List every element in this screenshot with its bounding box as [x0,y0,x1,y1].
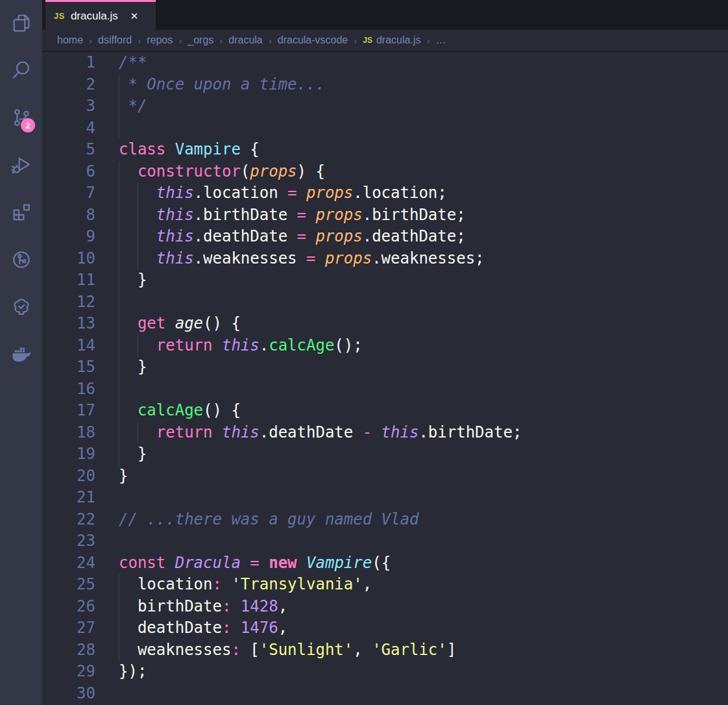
code-token: props [315,206,362,224]
code-line[interactable]: 26 birthDate: 1428, [42,596,728,618]
breadcrumb-item[interactable]: dracula-vscode [278,34,348,46]
breadcrumb-item[interactable]: JSdracula.js [363,34,420,46]
editor[interactable]: 1/**2 * Once upon a time...3 */45class V… [42,52,728,705]
code-text [119,487,728,509]
code-line[interactable]: 17 calcAge() { [42,400,728,422]
code-token: class [119,140,165,158]
activity-item-extensions[interactable] [0,190,42,237]
code-token [306,206,315,224]
code-line[interactable]: 19 } [42,443,728,465]
activity-item-testing[interactable] [0,284,42,332]
breadcrumb-label: dracula.js [376,34,420,46]
search-icon [11,60,32,83]
code-line[interactable]: 10 this.weaknesses = props.weaknesses; [42,248,728,270]
code-token: : [213,575,222,593]
code-line[interactable]: 12 [42,291,728,314]
code-token [213,336,222,354]
code-line[interactable]: 6 constructor(props) { [42,161,728,183]
code-line[interactable]: 21 [42,487,728,509]
code-line[interactable]: 1/** [42,52,728,74]
code-token: , [278,597,287,615]
docker-icon [11,344,32,367]
tab-close-icon[interactable]: ✕ [130,10,139,22]
code-line[interactable]: 8 this.birthDate = props.birthDate; [42,204,728,227]
code-line[interactable]: 13 get age() { [42,313,728,335]
code-text: } [119,465,728,488]
breadcrumb-separator-icon: › [89,35,92,46]
code-token [165,140,175,158]
code-text: }); [119,661,728,683]
code-text: */ [119,95,728,117]
code-line[interactable]: 24const Dracula = new Vampire({ [42,552,728,575]
code-text: this.weaknesses = props.weaknesses; [119,248,728,270]
breadcrumb-label: _orgs [188,34,213,46]
code-text: location: 'Transylvania', [119,574,728,596]
code-token: .weaknesses [194,249,306,267]
code-token [297,184,306,202]
code-line[interactable]: 30 [42,683,728,705]
code-line[interactable]: 14 return this.calcAge(); [42,335,728,357]
line-number: 14 [42,335,119,357]
code-line[interactable]: 3 */ [42,95,728,117]
activity-item-docker[interactable] [0,332,42,379]
code-line[interactable]: 7 this.location = props.location; [42,182,728,204]
line-number: 6 [42,161,119,183]
breadcrumb-item[interactable]: dracula [228,34,262,46]
code-line[interactable]: 15 } [42,356,728,378]
code-token: : [222,619,231,637]
line-number: 2 [42,74,119,96]
code-token [119,206,156,224]
code-token: get [138,314,165,332]
code-line[interactable]: 25 location: 'Transylvania', [42,574,728,596]
code-token [119,227,156,245]
code-token: /** [119,53,147,71]
code-token [241,554,250,572]
line-number: 12 [42,291,119,314]
code-line[interactable]: 2 * Once upon a time... [42,74,728,96]
code-token: = [306,249,315,267]
breadcrumb-item[interactable]: dsifford [98,34,132,46]
code-line[interactable]: 4 [42,117,728,140]
code-line[interactable]: 22// ...there was a guy named Vlad [42,509,728,531]
code-line[interactable]: 18 return this.deathDate - this.birthDat… [42,422,728,444]
activity-item-run-debug[interactable] [0,142,42,190]
activity-item-source-control[interactable]: 2 [0,95,42,142]
code-line[interactable]: 5class Vampire { [42,139,728,161]
code-token: this [222,423,260,441]
code-token: .birthDate; [419,423,522,441]
tab-dracula-js[interactable]: JS dracula.js ✕ [45,0,156,30]
line-number: 3 [42,95,119,117]
breadcrumb-item[interactable]: _orgs [188,34,213,46]
code-line[interactable]: 11 } [42,269,728,291]
code-token: ) { [297,162,325,180]
code-line[interactable]: 16 [42,378,728,401]
code-text: calcAge() { [119,400,728,422]
code-text: // ...there was a guy named Vlad [119,509,728,531]
code-token: } [119,467,128,485]
code-text: } [119,269,728,291]
code-text: return this.deathDate - this.birthDate; [119,422,728,444]
activity-item-gitlens[interactable] [0,237,42,284]
code-token [213,423,222,441]
debug-icon [11,155,32,178]
breadcrumb-item[interactable]: home [57,34,83,46]
breadcrumb-item[interactable]: repos [147,34,173,46]
code-line[interactable]: 29}); [42,661,728,683]
code-line[interactable]: 20} [42,465,728,488]
code-line[interactable]: 9 this.deathDate = props.deathDate; [42,226,728,248]
code-text: this.birthDate = props.birthDate; [119,204,728,227]
code-token: .deathDate; [363,227,466,245]
activity-item-explorer[interactable] [0,0,42,47]
code-line[interactable]: 28 weaknesses: ['Sunlight', 'Garlic'] [42,639,728,662]
breadcrumb-item[interactable]: … [435,34,446,46]
code-token: () { [203,401,241,419]
code-line[interactable]: 27 deathDate: 1476, [42,617,728,639]
code-line[interactable]: 23 [42,530,728,552]
code-token: * Once upon a time... [119,75,325,93]
activity-item-search[interactable] [0,47,42,95]
code-token: 'Transylvania' [231,575,362,593]
breadcrumb-label: dracula-vscode [278,34,348,46]
code-token: = [297,227,306,245]
breadcrumb-separator-icon: › [269,35,272,46]
code-token: weaknesses [119,641,231,659]
